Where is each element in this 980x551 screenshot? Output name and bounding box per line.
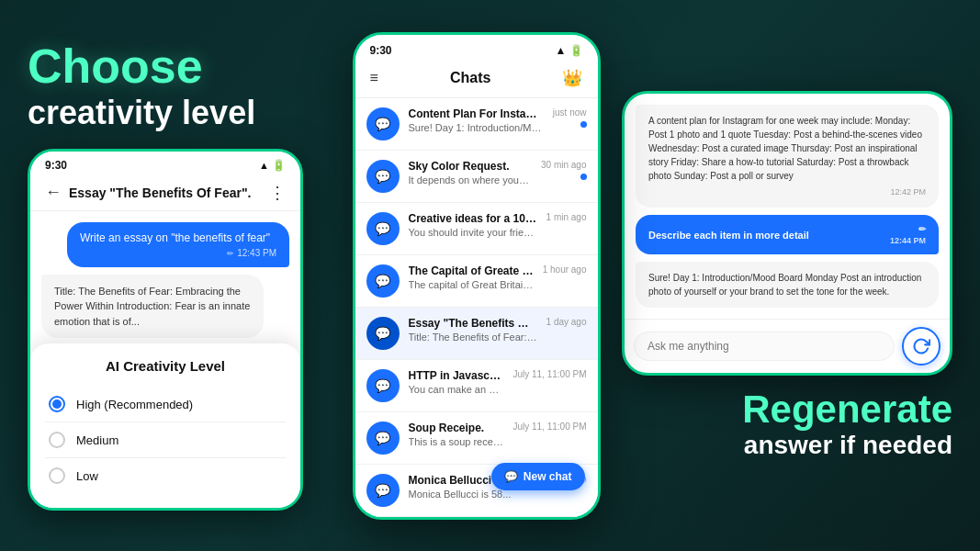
chat-meta-5: July 11, 11:00 PM [513,369,586,379]
left-time: 9:30 [45,159,67,172]
radio-circle-low [49,467,65,484]
regenerate-title: Regenerate [742,388,952,431]
chat-name-4: Essay "The Benefits Of Fear". [409,317,537,330]
chat-time-6: July 11, 11:00 PM [513,422,586,432]
chat-name-1: Sky Color Request. [409,160,533,173]
radio-option-high[interactable]: High (Recommended) [45,387,286,422]
modal-title: AI Creativity Level [45,358,286,374]
right-ai-time-1: 12:42 PM [648,186,926,199]
chat-name-2: Creative ideas for a 10 years old'... [409,212,537,225]
center-battery-icon: 🔋 [569,44,583,57]
new-chat-icon: 💬 [504,470,518,483]
center-phone-mockup: 9:30 ▲ 🔋 ≡ Chats 👑 💬 Content Plan For In… [353,32,601,520]
chat-preview-6: This is a soup receipe. You need to... [409,436,504,447]
new-chat-button[interactable]: 💬 New chat [491,463,585,490]
creativity-modal: AI Creativity Level High (Recommended) M… [30,343,300,508]
unread-dot-0 [580,121,587,128]
chat-info-6: Soup Receipe. This is a soup receipe. Yo… [409,422,504,447]
chat-time-1: 30 min ago [541,160,586,170]
right-input-area [625,319,950,373]
edit-icon: ✏ [227,249,234,258]
center-header-title: Chats [450,70,490,86]
chat-time-3: 1 hour ago [543,264,587,275]
chat-list: 💬 Content Plan For Instagram. Sure! Day … [355,98,598,517]
chat-meta-2: 1 min ago [546,212,587,222]
regenerate-button[interactable] [902,327,941,365]
left-section: Choose creativity level 9:30 ▲ 🔋 ← Essay… [28,40,340,512]
crown-icon: 👑 [562,68,582,88]
ask-input[interactable] [634,332,895,361]
signal-icons: ▲ 🔋 [259,159,286,172]
right-ai-message-1: A content plan for Instagram for one wee… [636,105,939,208]
right-user-time: 12:44 PM [890,236,926,245]
chat-avatar-2: 💬 [366,212,400,245]
chat-info-4: Essay "The Benefits Of Fear". Title: The… [409,317,537,343]
left-status-bar: 9:30 ▲ 🔋 [30,152,300,175]
chat-avatar-7: 💬 [366,474,400,507]
right-phone-mockup: A content plan for Instagram for one wee… [622,91,952,377]
bubble-time: ✏ 12:43 PM [80,248,276,258]
radio-option-medium[interactable]: Medium [45,422,286,458]
user-message-bubble: Write an essay on "the benefits of fear"… [67,222,289,267]
chat-item-3[interactable]: 💬 The Capital of Greate Britain... The c… [355,255,598,308]
chat-name-0: Content Plan For Instagram. [409,107,544,120]
chat-avatar-4: 💬 [366,317,400,350]
chat-preview-5: You can make an HTTP request in... [409,384,504,395]
chat-avatar-1: 💬 [366,160,400,193]
center-phone-container: 9:30 ▲ 🔋 ≡ Chats 👑 💬 Content Plan For In… [353,32,601,520]
chat-time-5: July 11, 11:00 PM [513,369,586,379]
chat-avatar-6: 💬 [366,422,400,455]
radio-label-high: High (Recommended) [76,398,193,411]
regenerate-sub: answer if needed [742,431,952,460]
right-chat-content: A content plan for Instagram for one wee… [625,94,950,320]
chat-info-0: Content Plan For Instagram. Sure! Day 1:… [409,107,544,133]
chat-info-2: Creative ideas for a 10 years old'... Yo… [409,212,537,238]
chat-name-3: The Capital of Greate Britain... [409,264,534,277]
chat-item-0[interactable]: 💬 Content Plan For Instagram. Sure! Day … [355,98,598,151]
center-time: 9:30 [370,44,392,57]
chat-info-1: Sky Color Request. It depends on where y… [409,160,533,186]
chat-item-7[interactable]: 💬 Monica Bellucci Age Request. Monica Be… [355,465,598,517]
chat-avatar-3: 💬 [366,264,400,298]
right-edit-icon: ✏ [918,224,926,234]
chat-preview-0: Sure! Day 1: Introduction/Mood... [409,122,544,133]
chat-meta-4: 1 day ago [546,317,587,327]
chat-preview-1: It depends on where you are inte... [409,174,533,186]
chat-avatar-5: 💬 [366,369,400,402]
wifi-icon: ▲ [259,160,269,171]
chat-avatar-0: 💬 [366,107,400,141]
battery-icon: 🔋 [272,159,286,172]
chat-info-3: The Capital of Greate Britain... The cap… [409,264,534,290]
left-phone-header: ← Essay "The Benefits Of Fear". ⋮ [30,175,300,211]
regenerate-title-block: Regenerate answer if needed [742,388,952,460]
center-wifi-icon: ▲ [556,44,567,57]
center-status-bar: 9:30 ▲ 🔋 [355,35,598,61]
chat-item-2[interactable]: 💬 Creative ideas for a 10 years old'... … [355,203,598,255]
radio-label-medium: Medium [76,433,118,447]
back-arrow-icon[interactable]: ← [45,183,62,202]
chat-item-1[interactable]: 💬 Sky Color Request. It depends on where… [355,151,598,203]
right-ai-message-2: Sure! Day 1: Introduction/Mood Board Mon… [636,262,939,308]
center-phone-header: ≡ Chats 👑 [355,61,598,98]
chat-preview-2: You should invite your friends as... [409,227,537,238]
hamburger-icon[interactable]: ≡ [370,70,378,86]
radio-circle-medium [49,432,65,448]
chat-meta-1: 30 min ago [541,160,586,180]
ai-response-text: Title: The Benefits of Fear: Embracing t… [41,275,264,339]
chat-item-5[interactable]: 💬 HTTP in Javascript Request. You can ma… [355,360,598,412]
right-user-message: Describe each item in more detail ✏ 12:4… [636,215,939,254]
chat-item-6[interactable]: 💬 Soup Receipe. This is a soup receipe. … [355,412,598,465]
new-chat-label: New chat [524,470,572,483]
chat-name-6: Soup Receipe. [409,422,504,434]
chat-time-0: just now [553,107,587,118]
chat-time-4: 1 day ago [546,317,587,327]
more-options-icon[interactable]: ⋮ [269,183,286,203]
unread-dot-1 [580,174,587,180]
chat-meta-6: July 11, 11:00 PM [513,422,586,432]
radio-option-low[interactable]: Low [45,458,286,493]
chat-time-2: 1 min ago [546,212,587,222]
choose-title: Choose [28,40,203,93]
left-header-title: Essay "The Benefits Of Fear". [69,186,269,200]
left-phone-mockup: 9:30 ▲ 🔋 ← Essay "The Benefits Of Fear".… [28,149,303,512]
chat-item-4[interactable]: 💬 Essay "The Benefits Of Fear". Title: T… [355,308,598,360]
